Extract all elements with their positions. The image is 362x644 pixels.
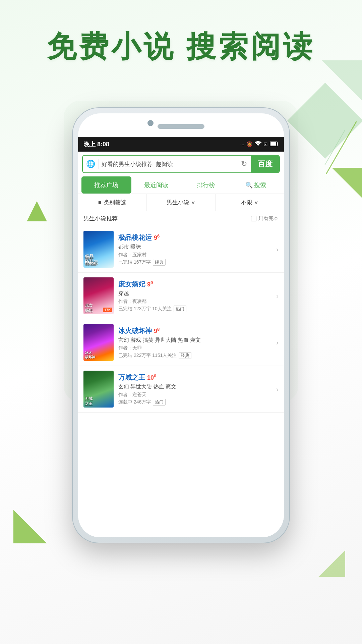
book-title-row-4: 万域之王 100 — [118, 373, 272, 382]
search-input[interactable]: 好看的男生小说推荐_趣阅读 — [102, 160, 237, 168]
filter-limit-label: 不限 ∨ — [241, 199, 259, 206]
filter-lines-icon: ≡ — [98, 199, 102, 206]
phone-camera — [147, 120, 154, 126]
filter-limit[interactable]: 不限 ∨ — [216, 194, 284, 211]
book-genre-2: 穿越 — [118, 290, 272, 297]
book-author-1: 作者：五家村 — [118, 252, 272, 258]
filter-bar: ≡ 类别筛选 男生小说 ∨ 不限 ∨ — [78, 194, 284, 211]
arrow-icon-2: › — [276, 292, 279, 300]
bg-line-right2 — [324, 130, 345, 165]
book-info-3: 冰火破坏神 98 玄幻 游戏 搞笑 异世大陆 热血 爽文 作者：无罪 已完结 2… — [118, 326, 272, 359]
filter-genre[interactable]: 男生小说 ∨ — [147, 194, 216, 211]
book-tag-4: 热门 — [153, 399, 166, 406]
bg-triangle-bottom-right — [318, 550, 345, 577]
arrow-icon-4: › — [276, 385, 279, 393]
status-bar: 晚上 8:08 ··· 🔕 ⊡ — [78, 137, 284, 152]
book-title-4: 万域之王 — [118, 373, 145, 382]
book-title-row-1: 极品桃花运 96 — [118, 233, 272, 242]
bg-line-right — [326, 121, 357, 174]
book-author-3: 作者：无罪 — [118, 345, 272, 351]
bell-icon: 🔕 — [246, 141, 253, 147]
list-item[interactable]: 庶女嫡妃 17K 庶女嫡妃 99 穿越 — [78, 273, 284, 319]
book-genre-3: 玄幻 游戏 搞笑 异世大陆 热血 爽文 — [118, 337, 272, 344]
book-title-row-2: 庶女嫡妃 99 — [118, 280, 272, 289]
book-genre-1: 都市 暖昧 — [118, 244, 272, 251]
book-cover-4: 万域之王 — [83, 371, 114, 408]
wifi-icon — [255, 141, 261, 148]
book-cover-2: 庶女嫡妃 17K — [83, 277, 114, 314]
hero-text: 免费小说 搜索阅读 — [0, 27, 362, 67]
section-title: 男生小说推荐 — [83, 215, 118, 222]
tab-recommend[interactable]: 推荐广场 — [81, 176, 131, 194]
filter-category[interactable]: ≡ 类别筛选 — [78, 194, 147, 211]
phone-outer-frame: 晚上 8:08 ··· 🔕 ⊡ — [72, 107, 290, 543]
book-tag-3: 经典 — [179, 352, 191, 359]
book-rating-1: 96 — [154, 233, 160, 241]
filter-category-label: 类别筛选 — [104, 199, 126, 206]
book-author-2: 作者：夜凌都 — [118, 299, 272, 305]
tab-recent[interactable]: 最近阅读 — [131, 176, 181, 194]
book-info-2: 庶女嫡妃 99 穿越 作者：夜凌都 已完结 123万字 10人关注 热门 — [118, 280, 272, 312]
book-cover-3: 冰火破坏神 — [83, 324, 114, 361]
bg-triangle-bottom-left — [13, 510, 47, 543]
book-rating-2: 99 — [147, 280, 153, 288]
book-meta-4: 连载中 246万字 热门 — [118, 399, 272, 406]
phone-inner-frame: 晚上 8:08 ··· 🔕 ⊡ — [78, 113, 284, 537]
book-rating-4: 100 — [147, 373, 156, 381]
book-info-1: 极品桃花运 96 都市 暖昧 作者：五家村 已完结 167万字 经典 — [118, 233, 272, 266]
book-title-2: 庶女嫡妃 — [118, 280, 145, 289]
status-icons: ··· 🔕 ⊡ — [240, 141, 279, 148]
phone-speaker — [158, 124, 204, 129]
book-rating-3: 98 — [154, 327, 160, 335]
arrow-icon-3: › — [276, 339, 279, 346]
bg-diamond-right — [287, 83, 362, 159]
book-title-row-3: 冰火破坏神 98 — [118, 326, 272, 335]
list-item[interactable]: 冰火破坏神 冰火破坏神 98 玄幻 游戏 搞笑 异世大陆 热血 爽文 — [78, 319, 284, 366]
tab-ranking[interactable]: 排行榜 — [181, 176, 231, 194]
book-meta-2: 已完结 123万字 10人关注 热门 — [118, 306, 272, 312]
svg-rect-1 — [270, 142, 276, 146]
phone-screen: 晚上 8:08 ··· 🔕 ⊡ — [78, 137, 284, 537]
section-header: 男生小说推荐 只看完本 — [78, 211, 284, 226]
checkbox-icon[interactable] — [251, 216, 256, 221]
nav-tabs: 推荐广场 最近阅读 排行榜 🔍 搜索 — [78, 176, 284, 194]
search-icon: 🔍 — [245, 181, 253, 189]
book-tag-2: 热门 — [174, 306, 186, 312]
book-meta-1: 已完结 167万字 经典 — [118, 259, 272, 266]
book-info-4: 万域之王 100 玄幻 异世大陆 热血 爽文 作者：逆苍天 连载中 246万字 … — [118, 373, 272, 406]
list-item[interactable]: 万域之王 万域之王 100 玄幻 异世大陆 热血 爽文 作者：逆苍 — [78, 366, 284, 413]
globe-icon: 🌐 — [83, 160, 99, 168]
badge-17k: 17K — [103, 308, 112, 312]
only-complete-filter[interactable]: 只看完本 — [251, 215, 279, 222]
book-title-1: 极品桃花运 — [118, 233, 152, 242]
book-list: 极品桃花运 极品桃花运 96 都市 暖昧 作者：五家村 — [78, 226, 284, 413]
status-time: 晚上 8:08 — [83, 140, 109, 148]
tab-search[interactable]: 🔍 搜索 — [231, 176, 281, 194]
filter-genre-label: 男生小说 ∨ — [167, 199, 196, 206]
arrow-icon-1: › — [276, 246, 279, 253]
phone-mockup: 晚上 8:08 ··· 🔕 ⊡ — [72, 107, 290, 543]
screen-icon: ⊡ — [263, 141, 268, 147]
book-meta-3: 已完结 222万字 1151人关注 经典 — [118, 352, 272, 359]
book-author-4: 作者：逆苍天 — [118, 392, 272, 398]
book-cover-1: 极品桃花运 — [83, 231, 114, 268]
bg-triangle-mid-right — [332, 168, 362, 198]
search-bar[interactable]: 🌐 好看的男生小说推荐_趣阅读 ↻ 百度 — [82, 155, 280, 173]
baidu-button[interactable]: 百度 — [251, 156, 279, 172]
bg-triangle-left — [27, 201, 47, 221]
battery-icon — [270, 142, 279, 147]
book-title-3: 冰火破坏神 — [118, 326, 152, 335]
signal-icon: ··· — [240, 142, 244, 147]
refresh-icon[interactable]: ↻ — [237, 160, 251, 168]
search-divider — [99, 159, 99, 169]
book-tag-1: 经典 — [153, 259, 166, 266]
only-complete-label: 只看完本 — [258, 215, 279, 222]
book-genre-4: 玄幻 异世大陆 热血 爽文 — [118, 383, 272, 390]
list-item[interactable]: 极品桃花运 极品桃花运 96 都市 暖昧 作者：五家村 — [78, 226, 284, 273]
